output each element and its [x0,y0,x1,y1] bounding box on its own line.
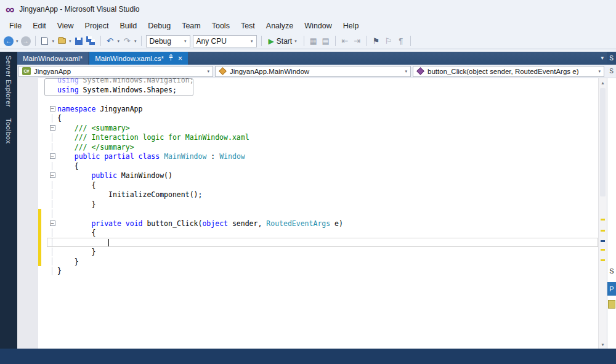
code-line-11[interactable]: { [17,180,598,190]
collapse-region-icon[interactable]: − [50,125,55,131]
tool-icon-fragment[interactable] [608,300,615,309]
properties-button-fragment[interactable]: P [607,282,616,296]
scroll-down-icon[interactable]: ▼ [599,340,607,349]
menu-item-file[interactable]: File [4,20,27,32]
menu-item-test[interactable]: Test [235,20,261,32]
pin-icon[interactable] [168,54,174,62]
undo-button[interactable]: ↶ [105,35,115,47]
code-line-13[interactable]: } [17,200,598,209]
glyph-margin[interactable] [17,113,38,123]
pilcrow-icon[interactable]: ¶ [396,35,406,47]
tab-mainwindow-xaml[interactable]: MainWindow.xaml* [17,52,88,65]
code-line-15[interactable]: − private void button_Click(object sende… [17,219,598,229]
code-line-16[interactable]: { [17,228,598,238]
glyph-margin[interactable] [17,266,38,276]
code-line-5[interactable]: − /// <summary> [17,123,598,133]
collapse-region-icon[interactable]: − [50,106,55,111]
code-line-8[interactable]: − public partial class MainWindow : Wind… [17,152,598,161]
redo-dropdown-icon[interactable]: ▾ [134,39,137,44]
menu-item-build[interactable]: Build [114,20,142,32]
code-line-7[interactable]: /// </summary> [17,142,598,152]
close-icon[interactable]: × [178,55,182,62]
code-line-6[interactable]: /// Interaction logic for MainWindow.xam… [17,132,598,142]
start-debugging-button[interactable]: ▶ Start ▾ [266,37,299,46]
code-line-4[interactable]: { [17,113,598,123]
code-line-2[interactable] [17,94,598,104]
menu-item-team[interactable]: Team [176,20,206,32]
code-line-9[interactable]: { [17,161,598,171]
indent-icon[interactable]: ⇥ [352,35,362,47]
navigate-back-button[interactable]: ← [4,36,14,46]
glyph-margin[interactable] [17,238,38,248]
undo-dropdown-icon[interactable]: ▾ [118,39,120,44]
glyph-margin[interactable] [17,85,38,95]
grid-icon[interactable]: ▦ [309,35,318,47]
menu-item-view[interactable]: View [52,20,79,32]
glyph-margin[interactable] [17,257,38,267]
right-panel-tab-fragment[interactable]: S [607,52,616,65]
code-line-14[interactable] [17,209,598,219]
sidebar-tab-server-explorer[interactable]: Server Explorer [5,55,12,107]
code-line-20[interactable]: } [17,266,598,276]
outlining-margin[interactable]: − [47,124,57,132]
outlining-margin[interactable]: − [47,152,57,161]
new-project-dropdown-icon[interactable]: ▾ [52,39,55,44]
tab-list-dropdown-icon[interactable]: ▾ [601,55,604,61]
save-all-button[interactable] [86,35,96,47]
collapse-region-icon[interactable]: − [50,153,55,159]
tab-mainwindow-xaml-cs[interactable]: MainWindow.xaml.cs* × [89,52,188,65]
code-editor[interactable]: using System.Windows.Navigation;using Sy… [17,78,598,349]
navigate-back-dropdown-icon[interactable]: ▾ [16,39,18,44]
glyph-margin[interactable] [17,161,38,171]
outlining-margin[interactable]: − [47,105,57,113]
member-dropdown[interactable]: button_Click(object sender, RoutedEventA… [413,66,604,77]
code-line-10[interactable]: − public MainWindow() [17,171,598,180]
glyph-margin[interactable] [17,180,38,190]
open-file-button[interactable] [57,35,67,47]
solution-platform-combo[interactable]: Any CPU ▾ [193,35,257,47]
glyph-margin[interactable] [17,171,38,180]
collapse-region-icon[interactable]: − [50,172,55,178]
navigate-forward-button[interactable]: → [21,36,31,46]
scroll-up-icon[interactable]: ▲ [599,78,607,87]
code-line-18[interactable]: } [17,247,598,257]
outlining-margin[interactable]: − [47,171,57,180]
glyph-margin[interactable] [17,132,38,142]
outlining-margin[interactable]: − [47,219,57,228]
code-line-12[interactable]: InitializeComponent(); [17,190,598,200]
glyph-margin[interactable] [17,78,38,85]
sidebar-tab-toolbox[interactable]: Toolbox [5,118,12,144]
code-line-0[interactable]: using System.Windows.Navigation; [17,78,598,85]
glyph-margin[interactable] [17,94,38,104]
menu-item-project[interactable]: Project [79,20,115,32]
menu-item-analyze[interactable]: Analyze [261,20,299,32]
code-line-1[interactable]: using System.Windows.Shapes; [17,85,598,95]
menu-item-help[interactable]: Help [338,20,365,32]
code-line-3[interactable]: −namespace JingyanApp [17,104,598,114]
glyph-margin[interactable] [17,219,38,229]
bookmark-flag-outline-icon[interactable]: ⚐ [384,35,394,47]
lines-icon[interactable]: ▤ [321,35,331,47]
scrollbar-thumb[interactable] [600,88,606,196]
solution-configuration-combo[interactable]: Debug ▾ [146,35,190,47]
save-button[interactable] [74,35,84,47]
glyph-margin[interactable] [17,209,38,219]
new-project-button[interactable] [40,35,50,47]
collapse-region-icon[interactable]: − [50,220,55,226]
menu-item-tools[interactable]: Tools [206,20,235,32]
redo-button[interactable]: ↷ [122,35,132,47]
menu-item-debug[interactable]: Debug [142,20,176,32]
glyph-margin[interactable] [17,123,38,133]
outdent-icon[interactable]: ⇤ [340,35,350,47]
glyph-margin[interactable] [17,247,38,257]
project-dropdown[interactable]: C# JingyanApp ▾ [18,66,213,77]
bookmark-flag-icon[interactable]: ⚑ [371,35,381,47]
code-line-17[interactable] [17,238,598,248]
open-file-dropdown-icon[interactable]: ▾ [69,39,71,44]
type-dropdown[interactable]: JingyanApp.MainWindow ▾ [215,66,411,77]
glyph-margin[interactable] [17,190,38,200]
glyph-margin[interactable] [17,152,38,161]
glyph-margin[interactable] [17,104,38,114]
glyph-margin[interactable] [17,200,38,209]
vertical-scrollbar[interactable]: ▲ ▼ [598,78,607,349]
